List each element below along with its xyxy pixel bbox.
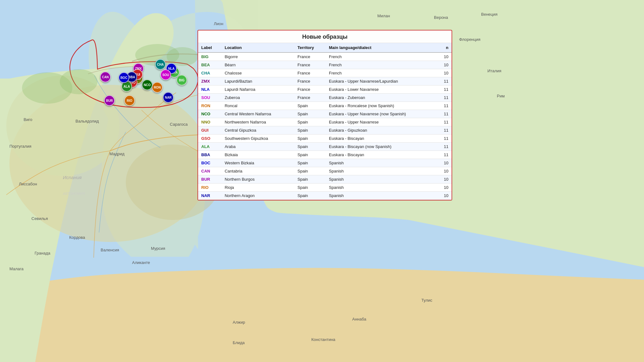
svg-text:Португалия: Португалия (9, 144, 31, 149)
svg-text:Валенсия: Валенсия (101, 248, 119, 252)
svg-text:Испания: Испания (63, 175, 82, 180)
cell-location: Zuberoa (221, 94, 294, 102)
svg-text:Аннаба: Аннаба (352, 317, 366, 321)
table-row: BEA Béarn France French 10 (198, 61, 452, 69)
table-row: RIO Rioja Spain Spanish 10 (198, 184, 452, 192)
table-row: SOU Zuberoa France Euskara - Zuberoan 11 (198, 94, 452, 102)
cell-language: Euskara - Lower Navarrese (326, 85, 441, 94)
cell-label: BEA (198, 61, 221, 69)
col-location: Location (221, 43, 294, 52)
cell-location: Northern Aragon (221, 192, 294, 200)
table-row: GSO Southwestern Gipuzkoa Spain Euskara … (198, 134, 452, 143)
cell-n: 11 (441, 134, 452, 143)
marker-SOU[interactable]: SOU (160, 69, 171, 80)
cell-n: 10 (441, 192, 452, 200)
cell-location: Western Bizkaia (221, 159, 294, 167)
table-row: NLA Lapurdi Nafarroa France Euskara - Lo… (198, 85, 452, 94)
cell-n: 10 (441, 159, 452, 167)
cell-location: Bizkaia (221, 151, 294, 159)
svg-text:Виго: Виго (24, 117, 32, 122)
cell-label: BIG (198, 52, 221, 61)
cell-n: 11 (441, 126, 452, 134)
cell-language: Euskara - Upper Navarrese (now Spanish) (326, 110, 441, 118)
cell-n: 11 (441, 85, 452, 94)
cell-territory: Spain (294, 184, 326, 192)
col-n: n (441, 43, 452, 52)
cell-n: 10 (441, 61, 452, 69)
cell-label: RIO (198, 184, 221, 192)
cell-label: BBA (198, 151, 221, 159)
cell-label: SOU (198, 94, 221, 102)
cell-language: Euskara - Roncalese (now Spanish) (326, 102, 441, 110)
col-territory: Territory (294, 43, 326, 52)
cell-label: GUI (198, 126, 221, 134)
marker-NCO[interactable]: NCO (142, 80, 153, 90)
table-row: BBA Bizkaia Spain Euskara - Biscayan 11 (198, 151, 452, 159)
cell-location: Northern Burgos (221, 175, 294, 184)
table-row: NCO Central Western Nafarroa Spain Euska… (198, 110, 452, 118)
cell-language: Euskara - Biscayan (now Spanish) (326, 143, 441, 151)
svg-text:АВТОНОМИЯ: АВТОНОМИЯ (63, 192, 85, 195)
cell-label: NLA (198, 85, 221, 94)
cell-label: RON (198, 102, 221, 110)
cell-n: 11 (441, 94, 452, 102)
cell-label: CHA (198, 69, 221, 77)
cell-location: Southwestern Gipuzkoa (221, 134, 294, 143)
cell-label: NNO (198, 118, 221, 126)
cell-territory: Spain (294, 192, 326, 200)
svg-text:Аликанте: Аликанте (132, 260, 150, 265)
marker-BIG[interactable]: BIG (176, 75, 187, 85)
cell-territory: Spain (294, 143, 326, 151)
cell-territory: France (294, 61, 326, 69)
marker-CAN[interactable]: CAN (100, 72, 111, 82)
cell-n: 10 (441, 184, 452, 192)
cell-n: 11 (441, 77, 452, 85)
table-header-row: Label Location Territory Main language/d… (198, 43, 452, 52)
cell-language: Euskara - Biscayan (326, 151, 441, 159)
marker-CHA[interactable]: CHA (155, 59, 166, 70)
cell-territory: Spain (294, 102, 326, 110)
cell-territory: Spain (294, 134, 326, 143)
marker-BOC[interactable]: BOC (119, 72, 129, 83)
cell-n: 11 (441, 102, 452, 110)
table-row: ALA Araba Spain Euskara - Biscayan (now … (198, 143, 452, 151)
cell-territory: Spain (294, 151, 326, 159)
cell-n: 10 (441, 69, 452, 77)
table-row: ZMX Lapurdi/Baztan France Euskara - Uppe… (198, 77, 452, 85)
table-body: BIG Bigorre France French 10 BEA Béarn F… (198, 52, 452, 200)
cell-location: Rioja (221, 184, 294, 192)
marker-RIO[interactable]: RIO (124, 95, 135, 106)
cell-label: NAR (198, 192, 221, 200)
cell-label: BOC (198, 159, 221, 167)
cell-n: 11 (441, 143, 452, 151)
svg-text:Малага: Малага (9, 266, 24, 271)
cell-label: ALA (198, 143, 221, 151)
cell-language: Spanish (326, 175, 441, 184)
cell-language: Euskara - Upper Navarrese (326, 118, 441, 126)
table-row: NAR Northern Aragon Spain Spanish 10 (198, 192, 452, 200)
svg-text:Сарагоса: Сарагоса (170, 122, 188, 127)
table-row: BUR Northern Burgos Spain Spanish 10 (198, 175, 452, 184)
table-row: NNO Northwestern Nafarroa Spain Euskara … (198, 118, 452, 126)
svg-text:Алжир: Алжир (233, 320, 245, 325)
marker-RON[interactable]: RON (152, 82, 163, 93)
cell-territory: France (294, 69, 326, 77)
cell-territory: Spain (294, 118, 326, 126)
cell-n: 10 (441, 175, 452, 184)
cell-territory: France (294, 77, 326, 85)
marker-BUR[interactable]: BUR (104, 95, 115, 106)
cell-language: Euskara - Gipuzkoan (326, 126, 441, 134)
svg-text:Тулис: Тулис (421, 298, 432, 303)
svg-text:Севилья: Севилья (31, 216, 48, 221)
cell-language: Euskara - Upper Navarrese/Lapurdian (326, 77, 441, 85)
cell-n: 11 (441, 110, 452, 118)
cell-label: ZMX (198, 77, 221, 85)
cell-language: Spanish (326, 184, 441, 192)
marker-NAR[interactable]: NAR (163, 92, 174, 103)
cell-location: Central Gipuzkoa (221, 126, 294, 134)
cell-label: NCO (198, 110, 221, 118)
cell-location: Lapurdi/Baztan (221, 77, 294, 85)
cell-language: Euskara - Biscayan (326, 134, 441, 143)
cell-location: Central Western Nafarroa (221, 110, 294, 118)
cell-language: French (326, 52, 441, 61)
